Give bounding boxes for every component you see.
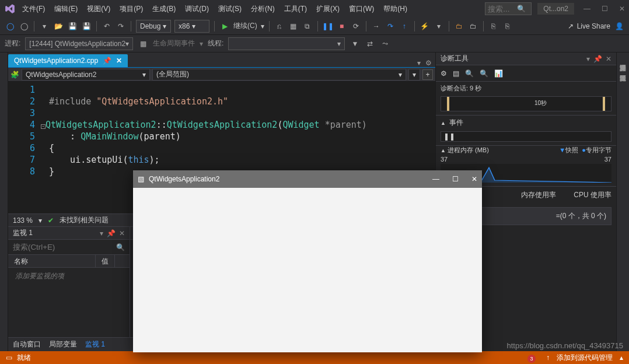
filter1-icon[interactable]: ▼ <box>350 38 360 49</box>
tb-tool2-icon[interactable]: ▾ <box>434 21 444 32</box>
left-gutter <box>0 52 8 351</box>
menu-analyze[interactable]: 分析(N) <box>247 2 278 16</box>
tab-label: QtWidgetsApplication2.cpp <box>14 57 98 65</box>
breadcrumb-dropdown[interactable]: ▾ <box>408 69 420 80</box>
pin-icon[interactable]: 📌 <box>103 57 111 65</box>
app-minimize-button[interactable]: — <box>432 175 439 183</box>
running-app-window[interactable]: ▧ QtWidgetsApplication2 — ☐ ✕ <box>133 170 482 352</box>
nav-back-icon[interactable]: ◯ <box>5 21 15 32</box>
chart-icon[interactable]: 📊 <box>494 69 503 78</box>
watch-search-input[interactable] <box>13 243 111 251</box>
filter3-icon[interactable]: ⤳ <box>380 38 390 49</box>
nav-fwd-icon[interactable]: ◯ <box>19 21 29 32</box>
continue-label[interactable]: 继续(C) <box>233 21 257 31</box>
process-combo[interactable]: [12444] QtWidgetsApplication2▾ <box>25 37 133 50</box>
col-value[interactable]: 值 <box>96 255 115 267</box>
select-tools-icon[interactable]: ▤ <box>453 69 459 78</box>
panel-dropdown-icon[interactable]: ▾ <box>100 229 103 237</box>
redo-icon[interactable]: ↷ <box>116 21 126 32</box>
tb-tool6-icon[interactable]: ⎘ <box>502 21 513 32</box>
menu-build[interactable]: 生成(B) <box>149 2 179 16</box>
col-name[interactable]: 名称 <box>8 255 96 267</box>
panel-pin-icon[interactable]: 📌 <box>593 55 602 63</box>
panel-dropdown-icon[interactable]: ▾ <box>586 55 590 63</box>
tb-misc1-icon[interactable]: ⎌ <box>274 21 285 32</box>
tb-tool4-icon[interactable]: 🗀 <box>468 21 478 32</box>
open-folder-icon[interactable]: 📂 <box>53 21 64 32</box>
menu-debug[interactable]: 调试(D) <box>181 2 212 16</box>
undo-icon[interactable]: ↶ <box>102 21 112 32</box>
watch-placeholder[interactable]: 添加要监视的项 <box>8 268 130 337</box>
quick-search[interactable]: 🔍 <box>485 2 532 15</box>
thread-label: 线程: <box>208 38 223 48</box>
tab-watch1[interactable]: 监视 1 <box>85 340 105 349</box>
restart-icon[interactable]: ⟳ <box>351 21 361 32</box>
menu-help[interactable]: 帮助(H) <box>380 2 411 16</box>
live-share-button[interactable]: ↗ Live Share 👤 <box>568 21 624 32</box>
menu-edit[interactable]: 编辑(E) <box>51 2 81 16</box>
filter2-icon[interactable]: ⇄ <box>365 38 375 49</box>
quick-search-input[interactable] <box>488 5 517 13</box>
config-combo[interactable]: Debug▾ <box>136 20 171 33</box>
menu-file[interactable]: 文件(F) <box>19 2 48 16</box>
step-into-icon[interactable]: → <box>371 21 382 32</box>
add-source-control[interactable]: 添加到源代码管理 <box>557 353 613 363</box>
class-icon: 🧩 <box>11 71 19 79</box>
breadcrumb-scope[interactable]: QtWidgetsApplication2▾ <box>22 69 150 80</box>
vtab-solution-explorer[interactable]: 解决方案资源管理器 <box>617 55 628 64</box>
tab-autos[interactable]: 自动窗口 <box>13 340 41 349</box>
step-over-icon[interactable]: ↷ <box>385 21 396 32</box>
watch-search[interactable]: 🔍 <box>8 240 130 255</box>
tab-settings-icon[interactable]: ⚙ <box>425 59 432 67</box>
menu-tools[interactable]: 工具(T) <box>281 2 310 16</box>
tb-tool3-icon[interactable]: 🗀 <box>454 21 464 32</box>
editor-tab-active[interactable]: QtWidgetsApplication2.cpp 📌 ✕ <box>8 54 128 67</box>
events-strip[interactable]: ❚❚ <box>441 131 611 142</box>
panel-pin-icon[interactable]: 📌 <box>107 229 116 237</box>
close-button[interactable]: ✕ <box>618 5 625 13</box>
save-icon[interactable]: 💾 <box>67 21 78 32</box>
maximize-button[interactable]: ☐ <box>601 5 608 13</box>
zoom-level[interactable]: 133 % <box>13 216 33 225</box>
lifecycle-icon[interactable]: ▦ <box>138 38 148 49</box>
new-item-icon[interactable]: ▾ <box>39 21 50 32</box>
breadcrumb-member[interactable]: (全局范围)▾ <box>152 69 406 80</box>
search-icon[interactable]: 🔍 <box>116 243 125 251</box>
app-close-button[interactable]: ✕ <box>471 175 477 183</box>
step-out-icon[interactable]: ↑ <box>399 21 410 32</box>
tab-overflow-icon[interactable]: ▾ <box>417 59 421 67</box>
menu-project[interactable]: 项目(P) <box>116 2 146 16</box>
menu-window[interactable]: 窗口(W) <box>345 2 378 16</box>
menu-test[interactable]: 测试(S) <box>215 2 245 16</box>
split-editor-icon[interactable]: + <box>422 69 433 80</box>
app-titlebar[interactable]: ▧ QtWidgetsApplication2 — ☐ ✕ <box>133 170 482 188</box>
tb-misc3-icon[interactable]: ⧉ <box>302 21 313 32</box>
panel-close-icon[interactable]: ✕ <box>606 55 611 63</box>
save-all-icon[interactable]: 💾 <box>81 21 92 32</box>
timeline-strip[interactable]: 10秒 <box>441 96 611 111</box>
zoom-out-icon[interactable]: 🔍 <box>480 69 488 78</box>
app-maximize-button[interactable]: ☐ <box>452 175 459 183</box>
continue-icon[interactable]: ▶ <box>219 21 230 32</box>
menu-extensions[interactable]: 扩展(X) <box>313 2 343 16</box>
watch-header: 监视 1 ▾📌✕ <box>8 227 130 240</box>
panel-close-icon[interactable]: ✕ <box>119 229 125 237</box>
minimize-button[interactable]: — <box>583 5 590 13</box>
vtab-team-explorer[interactable]: 团队资源管理器 <box>617 65 628 75</box>
tab-locals[interactable]: 局部变量 <box>49 340 77 349</box>
gear-icon[interactable]: ⚙ <box>441 69 447 78</box>
source-control-icon[interactable]: ↑ <box>546 354 550 362</box>
tb-tool1-icon[interactable]: ⚡ <box>420 21 430 32</box>
search-icon: 🔍 <box>517 5 526 13</box>
menu-view[interactable]: 视图(V) <box>83 2 114 16</box>
stop-icon[interactable]: ■ <box>337 21 347 32</box>
feedback-icon[interactable]: 👤 <box>614 21 624 32</box>
thread-combo[interactable]: ▾ <box>228 37 345 50</box>
tab-close-icon[interactable]: ✕ <box>116 57 122 65</box>
platform-combo[interactable]: x86▾ <box>174 20 209 33</box>
zoom-in-icon[interactable]: 🔍 <box>465 69 474 78</box>
app-client-area[interactable] <box>133 188 482 352</box>
tb-tool5-icon[interactable]: ⎘ <box>488 21 499 32</box>
pause-icon[interactable]: ❚❚ <box>323 21 333 32</box>
tb-misc2-icon[interactable]: ▦ <box>288 21 299 32</box>
